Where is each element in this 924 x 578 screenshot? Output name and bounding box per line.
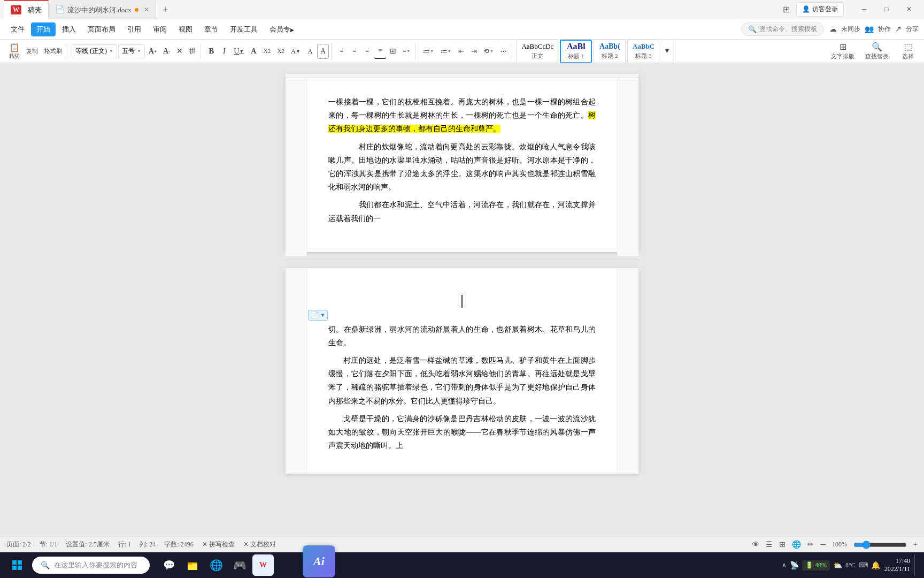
- login-button[interactable]: 👤 访客登录: [796, 2, 844, 17]
- align-right-button[interactable]: ≡: [361, 44, 373, 59]
- align-center-button[interactable]: ≡: [349, 44, 360, 59]
- doc-check-status[interactable]: ✕ 文档校对: [243, 540, 276, 549]
- search-command-input[interactable]: 🔍 查找命令、搜索模板: [741, 22, 824, 36]
- add-tab-button[interactable]: +: [158, 2, 173, 17]
- style-h1[interactable]: AaBl 标题 1: [560, 40, 592, 63]
- menu-insert[interactable]: 插入: [57, 22, 81, 36]
- bullet-list-button[interactable]: ≔▼: [420, 44, 437, 59]
- zoom-in-button[interactable]: +: [913, 541, 918, 549]
- taskbar-wps[interactable]: W: [252, 554, 274, 576]
- align-justify-button[interactable]: ≡: [374, 44, 386, 59]
- floating-doc-button[interactable]: 📄 ▼: [308, 310, 328, 321]
- taskbar-steam[interactable]: 🎮: [229, 554, 250, 576]
- italic-button[interactable]: I: [218, 44, 230, 59]
- increase-indent-button[interactable]: ⇥: [468, 44, 480, 59]
- line-spacing-button[interactable]: ≡▼: [400, 44, 413, 59]
- styles-more-button[interactable]: ▼: [661, 44, 673, 59]
- copy-button[interactable]: 复制: [24, 44, 41, 59]
- menu-reference[interactable]: 引用: [122, 22, 147, 36]
- menu-developer[interactable]: 开发工具: [225, 22, 263, 36]
- tab-close-icon[interactable]: ✕: [144, 6, 149, 14]
- tray-up-arrow[interactable]: ∧: [782, 561, 787, 569]
- font-size-decrease-button[interactable]: A-: [160, 44, 173, 59]
- tab-document[interactable]: 📄 流沙中的弱水河.docx ✕: [49, 0, 156, 19]
- paste-button[interactable]: 📋 粘切: [6, 44, 22, 59]
- clear-format-button[interactable]: ✕: [174, 44, 186, 59]
- user-icon: 👤: [802, 5, 810, 13]
- menu-home[interactable]: 开始: [31, 22, 56, 36]
- menu-review[interactable]: 审阅: [148, 22, 172, 36]
- pinyin-button[interactable]: 拼: [187, 44, 198, 59]
- taskbar-explorer[interactable]: [182, 554, 203, 576]
- font-color-button[interactable]: A: [248, 44, 259, 59]
- title-bar: W 稿壳 📄 流沙中的弱水河.docx ✕ + ⊞ 👤 访客登录 ─ □ ✕: [0, 0, 924, 19]
- close-button[interactable]: ✕: [898, 2, 920, 17]
- style-h2[interactable]: AaBb( 标题 2: [594, 40, 626, 63]
- page1-content[interactable]: 一棵接着一棵，它们的枝桠相互挽着。再庞大的树林，也是一棵一棵的树组合起来的，每一…: [328, 95, 596, 225]
- taskbar-edge[interactable]: 🌐: [205, 554, 227, 576]
- page-2[interactable]: 📄 ▼ 切。在鼎新绿洲，弱水河的流动舒展着人的生命，也舒展着树木、花草和鸟儿的生…: [286, 268, 638, 474]
- border-button[interactable]: A: [317, 44, 329, 59]
- highlight-button[interactable]: A: [304, 44, 316, 59]
- view-icon-read[interactable]: 🌐: [792, 540, 801, 549]
- menu-file[interactable]: 文件: [5, 22, 30, 36]
- document-area[interactable]: 一棵接着一棵，它们的枝桠相互挽着。再庞大的树林，也是一棵一棵的树组合起来的，每一…: [0, 63, 924, 536]
- nosync-label[interactable]: 未同步: [841, 25, 860, 34]
- menu-chapter[interactable]: 章节: [199, 22, 224, 36]
- decrease-indent-button[interactable]: ⇤: [455, 44, 467, 59]
- start-button[interactable]: [6, 554, 28, 576]
- maximize-button[interactable]: □: [876, 2, 897, 17]
- ai-button[interactable]: Ai: [303, 545, 335, 577]
- tab-gaoke[interactable]: W 稿壳: [4, 0, 49, 19]
- subscript-button[interactable]: X2: [274, 44, 287, 59]
- style-normal[interactable]: AaBbCcDc 正文: [517, 40, 558, 63]
- system-clock[interactable]: 17:40 2022/1/11: [884, 557, 910, 573]
- underline-button[interactable]: U▼: [231, 44, 247, 59]
- keyboard-icon[interactable]: ⌨: [859, 561, 868, 569]
- view-icon-outline[interactable]: ☰: [766, 540, 773, 549]
- taskbar-cortana[interactable]: 💬: [158, 554, 180, 576]
- svg-rect-3: [18, 566, 22, 570]
- menu-layout[interactable]: 页面布局: [82, 22, 121, 36]
- page2-para2: 村庄的远处，是泛着雪一样盐碱的草滩，数匹马儿、驴子和黄牛在上面脚步缓慢，它们落在…: [328, 354, 596, 408]
- tab-dot: [135, 8, 138, 12]
- text-shade-button[interactable]: A▼: [288, 44, 303, 59]
- minimize-button[interactable]: ─: [853, 2, 875, 17]
- view-icon-print[interactable]: 👁: [752, 541, 759, 549]
- numbered-list-button[interactable]: ≔▼: [438, 44, 455, 59]
- menu-view[interactable]: 视图: [173, 22, 198, 36]
- show-desktop-button[interactable]: [914, 554, 918, 576]
- layout-icon[interactable]: ⊞: [781, 2, 792, 17]
- font-group: 等线 (正文) ▼ 五号 ▼ A+ A- ✕ 拼: [70, 44, 201, 59]
- font-size-increase-button[interactable]: A+: [146, 44, 159, 59]
- superscript-button[interactable]: X2: [260, 44, 273, 59]
- format-group: B I U▼ A X2 X2 A▼ A A: [203, 44, 332, 59]
- list-group: ≔▼ ≔▼ ⇤ ⇥ ⟲▼ ⋯: [418, 44, 513, 59]
- zoom-slider[interactable]: [853, 541, 907, 549]
- spell-check-status[interactable]: ✕ 拼写检查: [202, 540, 235, 549]
- select-button[interactable]: ⬚ 选择: [896, 40, 920, 63]
- font-size-selector[interactable]: 五号 ▼: [118, 44, 145, 58]
- taskbar-search[interactable]: 🔍 在这里输入你要搜索的内容: [32, 557, 150, 574]
- page-1[interactable]: 一棵接着一棵，它们的枝桠相互挽着。再庞大的树林，也是一棵一棵的树组合起来的，每一…: [286, 74, 638, 252]
- font-family-selector[interactable]: 等线 (正文) ▼: [72, 44, 117, 58]
- extra-format-button[interactable]: ⋯: [497, 44, 510, 59]
- network-icon[interactable]: 📡: [790, 561, 799, 570]
- style-h2-sample: AaBb(: [598, 42, 621, 51]
- table-border-button[interactable]: ⊞: [387, 44, 399, 59]
- menu-membership[interactable]: 会员专▶: [264, 22, 299, 36]
- text-layout-button[interactable]: ⊞ 文字排版: [828, 40, 858, 63]
- edit-mode-icon[interactable]: ✏: [807, 540, 814, 549]
- share-label[interactable]: 分享: [906, 25, 919, 34]
- align-left-button[interactable]: ≡: [336, 44, 348, 59]
- bold-button[interactable]: B: [205, 44, 217, 59]
- style-h3[interactable]: AaBbC 标题 3: [627, 40, 659, 63]
- view-icon-web[interactable]: ⊞: [779, 540, 786, 549]
- format-painter-button[interactable]: 格式刷: [42, 44, 65, 59]
- find-replace-button[interactable]: 🔍 查找替换: [862, 40, 892, 63]
- page2-content[interactable]: 切。在鼎新绿洲，弱水河的流动舒展着人的生命，也舒展着树木、花草和鸟儿的生命。 村…: [328, 323, 596, 453]
- zoom-out-button[interactable]: ─: [820, 541, 826, 549]
- notification-icon[interactable]: 🔔: [871, 561, 880, 570]
- text-direction-button[interactable]: ⟲▼: [481, 44, 496, 59]
- collab-label[interactable]: 协作: [878, 25, 891, 34]
